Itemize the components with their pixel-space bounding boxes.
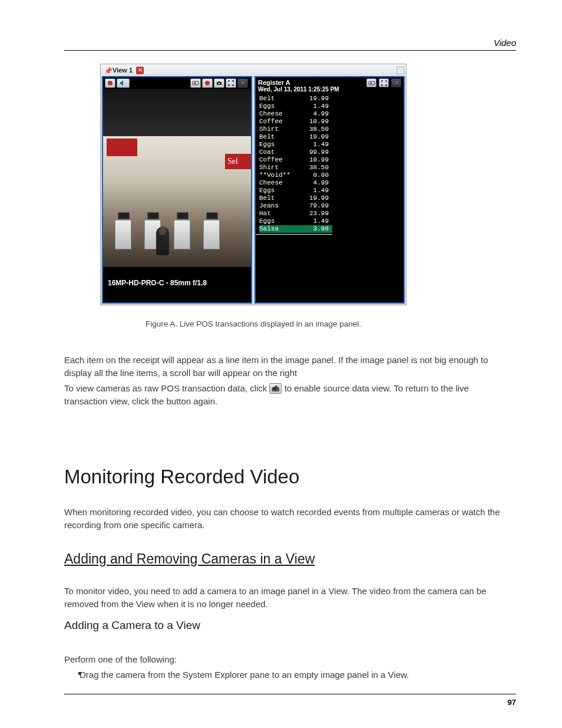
pos-fullscreen-button[interactable] bbox=[379, 78, 389, 87]
pos-item-price: 10.99 bbox=[309, 118, 329, 126]
pos-item-price: 1.49 bbox=[313, 218, 329, 225]
tab-bar: 📌 View 1 ✕ bbox=[101, 64, 406, 76]
pos-line-item[interactable]: Eggs1.49 bbox=[259, 141, 332, 149]
heading-add-camera: Adding a Camera to a View bbox=[64, 619, 200, 632]
pos-line-item[interactable]: Eggs1.49 bbox=[259, 187, 332, 195]
pos-item-price: 19.99 bbox=[309, 133, 329, 141]
snapshot-button[interactable] bbox=[214, 78, 224, 88]
heading-add-remove-cameras: Adding and Removing Cameras in a View bbox=[64, 551, 315, 567]
pos-item-price: 79.99 bbox=[309, 202, 329, 210]
pos-item-price: 0.00 bbox=[313, 172, 329, 179]
pos-line-item[interactable]: Jeans79.99 bbox=[259, 202, 332, 210]
pos-line-item[interactable]: Shirt38.50 bbox=[259, 126, 332, 133]
app-window: 📌 View 1 ✕ bbox=[100, 64, 406, 305]
pos-item-price: 23.99 bbox=[309, 210, 329, 218]
pos-item-price: 99.99 bbox=[309, 149, 329, 156]
pos-item-price: 1.49 bbox=[313, 141, 329, 149]
pos-item-name: Coat bbox=[259, 149, 275, 156]
pos-item-name: Salsa bbox=[259, 225, 279, 233]
panel-menu-icon[interactable] bbox=[396, 67, 404, 74]
pos-item-price: 4.99 bbox=[313, 110, 329, 118]
fullscreen-button[interactable] bbox=[226, 78, 236, 88]
pos-line-item[interactable]: Shirt38.50 bbox=[259, 164, 332, 172]
pos-item-price: 4.99 bbox=[313, 179, 329, 187]
pos-item-name: Cheese bbox=[259, 110, 283, 118]
pos-source-button-right[interactable] bbox=[366, 78, 376, 87]
paragraph-source-toggle: To view cameras as raw POS transaction d… bbox=[64, 382, 506, 408]
page-header: Video bbox=[64, 38, 516, 51]
page-footer: 97 bbox=[64, 694, 516, 707]
video-feed[interactable]: Sel 16MP-HD-PRO-C - 85mm f/1.8 bbox=[103, 89, 251, 302]
pin-icon: 📌 bbox=[104, 67, 110, 73]
pos-item-name: Cheese bbox=[259, 179, 283, 187]
pos-line-item[interactable]: Coat99.99 bbox=[259, 149, 332, 156]
figure-caption: Figure A. Live POS transactions displaye… bbox=[100, 318, 406, 330]
pos-item-price: 1.49 bbox=[313, 187, 329, 195]
camera-label: 16MP-HD-PRO-C - 85mm f/1.8 bbox=[108, 279, 207, 287]
pos-item-price: 10.99 bbox=[309, 156, 329, 164]
heading-monitoring-recorded: Monitoring Recorded Video bbox=[64, 466, 299, 488]
pos-line-item[interactable]: Belt19.99 bbox=[259, 133, 332, 141]
pos-line-item[interactable]: Belt19.99 bbox=[259, 95, 332, 103]
view-tab[interactable]: View 1 bbox=[113, 67, 133, 74]
tab-close-button[interactable]: ✕ bbox=[136, 67, 144, 74]
pos-empty-area bbox=[256, 235, 404, 302]
pos-transaction-list[interactable]: Belt19.99Eggs1.49Cheese4.99Coffee10.99Sh… bbox=[256, 94, 332, 235]
pos-line-item[interactable]: Eggs1.49 bbox=[259, 218, 332, 225]
pos-line-item[interactable]: Salsa3.98 bbox=[259, 225, 332, 233]
pos-item-name: Jeans bbox=[259, 202, 279, 210]
pos-item-name: Coffee bbox=[259, 118, 283, 126]
subsection-description: To monitor video, you need to add a came… bbox=[64, 585, 506, 611]
pos-line-item[interactable]: Cheese4.99 bbox=[259, 179, 332, 187]
svg-point-2 bbox=[219, 83, 220, 84]
pos-item-name: Eggs bbox=[259, 103, 275, 110]
video-pane: ✕ Sel 16MP-HD-PRO-C - 85mm f/1.8 bbox=[102, 76, 252, 304]
pos-item-name: Shirt bbox=[259, 126, 279, 133]
pos-item-name: Belt bbox=[259, 95, 275, 103]
pos-item-name: Coffee bbox=[259, 156, 283, 164]
pos-source-button[interactable] bbox=[190, 78, 201, 88]
pos-header: Register A Wed, Jul 13, 2011 1:25:25 PM … bbox=[256, 77, 404, 94]
pos-line-item[interactable]: **Void**0.00 bbox=[259, 172, 332, 179]
record-button[interactable] bbox=[105, 78, 115, 88]
pos-line-item[interactable]: Hat23.99 bbox=[259, 210, 332, 218]
figure-screenshot: 📌 View 1 ✕ bbox=[100, 64, 406, 305]
svg-point-4 bbox=[370, 82, 372, 84]
pos-item-price: 1.49 bbox=[313, 103, 329, 110]
pos-item-price: 3.98 bbox=[313, 225, 329, 233]
pos-line-item[interactable]: Eggs1.49 bbox=[259, 103, 332, 110]
section-description: When monitoring recorded video, you can … bbox=[64, 506, 506, 532]
pos-item-name: Eggs bbox=[259, 218, 275, 225]
rec-indicator-icon[interactable] bbox=[202, 78, 213, 88]
video-toolbar: ✕ bbox=[103, 77, 251, 89]
pos-line-item[interactable]: Coffee10.99 bbox=[259, 118, 332, 126]
pos-item-name: Eggs bbox=[259, 141, 275, 149]
pos-item-name: Hat bbox=[259, 210, 271, 218]
pos-item-price: 38.50 bbox=[309, 126, 329, 133]
pos-line-item[interactable]: Cheese4.99 bbox=[259, 110, 332, 118]
pos-line-item[interactable]: Coffee10.99 bbox=[259, 156, 332, 164]
store-sign: Sel bbox=[225, 154, 251, 169]
pos-item-name: Belt bbox=[259, 195, 275, 202]
pos-line-item[interactable]: Belt19.99 bbox=[259, 195, 332, 202]
pos-item-price: 38.50 bbox=[309, 164, 329, 172]
page-number: 97 bbox=[508, 698, 516, 707]
paragraph-receipt-note: Each item on the receipt will appear as … bbox=[64, 354, 506, 380]
bullet-item-1: Drag the camera from the System Explorer… bbox=[80, 668, 506, 681]
pos-item-name: Belt bbox=[259, 133, 275, 141]
para2-text-a: To view cameras as raw POS transaction d… bbox=[64, 383, 269, 393]
pos-item-name: Eggs bbox=[259, 187, 275, 195]
audio-button[interactable] bbox=[117, 78, 130, 88]
header-section-label: Video bbox=[494, 38, 516, 48]
pos-close-button[interactable]: ✕ bbox=[391, 78, 401, 87]
pos-pane: Register A Wed, Jul 13, 2011 1:25:25 PM … bbox=[254, 76, 405, 304]
bullet-icon bbox=[78, 672, 81, 675]
pos-item-price: 19.99 bbox=[309, 95, 329, 103]
pos-item-price: 19.99 bbox=[309, 195, 329, 202]
svg-point-1 bbox=[194, 82, 196, 84]
pane-close-button[interactable]: ✕ bbox=[237, 78, 248, 88]
pos-item-name: **Void** bbox=[259, 172, 290, 179]
pos-item-name: Shirt bbox=[259, 164, 279, 172]
bullet-text-1: Drag the camera from the System Explorer… bbox=[80, 670, 409, 680]
pos-source-inline-icon bbox=[269, 383, 282, 394]
